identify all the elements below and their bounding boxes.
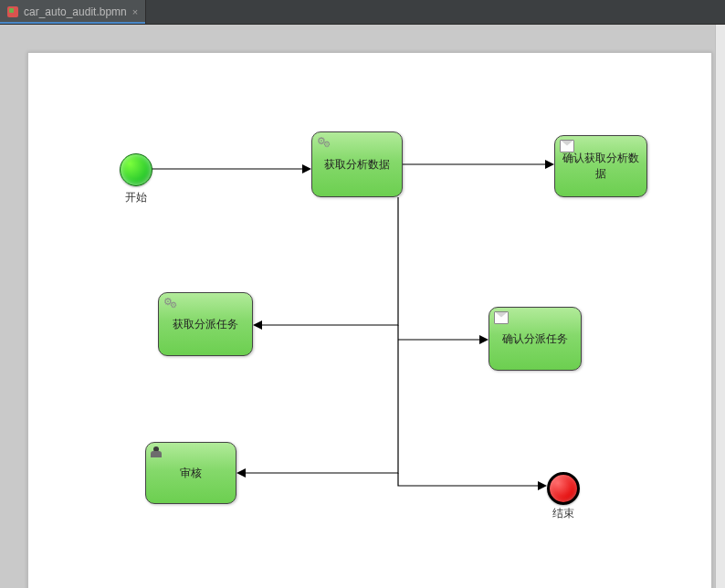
task-confirm-dispatch[interactable]: 确认分派任务 (489, 307, 582, 371)
arrow-trunk-t4 (479, 335, 489, 344)
diagram-canvas[interactable]: 开始 结束 获取分析数据 确认获取分析数据 获取分派任务 确认分派任务 审核 (27, 52, 712, 588)
arrow-t1-t2 (545, 160, 554, 169)
user-icon (151, 446, 163, 457)
task-label: 获取分析数据 (324, 157, 390, 173)
tab-close-button[interactable]: × (132, 7, 138, 17)
gears-icon (317, 136, 330, 147)
arrow-trunk-t5 (236, 468, 246, 478)
start-event[interactable] (120, 153, 152, 186)
tab-filename: car_auto_audit.bpmn (24, 5, 127, 18)
task-get-dispatch[interactable]: 获取分派任务 (158, 292, 253, 356)
start-event-label: 开始 (109, 190, 163, 205)
editor-area: 开始 结束 获取分析数据 确认获取分析数据 获取分派任务 确认分派任务 审核 (0, 25, 725, 588)
tab-file[interactable]: car_auto_audit.bpmn × (0, 0, 146, 24)
envelope-icon (494, 311, 509, 324)
tab-bar: car_auto_audit.bpmn × (0, 0, 725, 25)
bpmn-file-icon (7, 6, 18, 17)
task-label: 确认获取分析数据 (559, 151, 643, 182)
end-event-label: 结束 (536, 506, 591, 521)
end-event[interactable] (547, 472, 580, 505)
arrow-trunk-t3 (253, 320, 262, 330)
task-label: 审核 (180, 466, 202, 481)
arrow-trunk-end (538, 481, 547, 490)
tab-active-indicator (0, 22, 145, 24)
vertical-scrollbar[interactable] (715, 25, 725, 588)
task-label: 确认分派任务 (502, 331, 568, 347)
task-confirm-analysis-data[interactable]: 确认获取分析数据 (554, 135, 647, 197)
task-audit[interactable]: 审核 (145, 442, 236, 504)
task-label: 获取分派任务 (173, 317, 238, 332)
task-get-analysis-data[interactable]: 获取分析数据 (311, 131, 403, 197)
gears-icon (163, 297, 176, 308)
arrow-start-t1 (302, 164, 311, 173)
envelope-icon (560, 140, 574, 152)
